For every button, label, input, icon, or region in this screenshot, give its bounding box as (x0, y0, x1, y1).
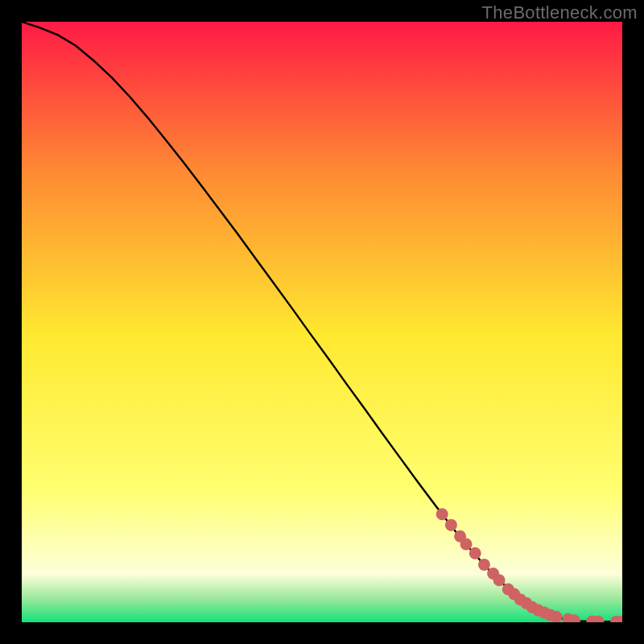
watermark-text: TheBottleneck.com (482, 2, 638, 23)
data-dot (436, 508, 448, 520)
gradient-background (22, 22, 622, 622)
data-dot (469, 547, 481, 559)
plot-area (22, 22, 622, 622)
chart-frame: TheBottleneck.com (0, 0, 644, 644)
data-dot (493, 574, 506, 586)
data-dot (478, 559, 490, 571)
data-dot (460, 539, 473, 551)
data-dot (445, 519, 457, 531)
chart-svg (22, 22, 622, 622)
